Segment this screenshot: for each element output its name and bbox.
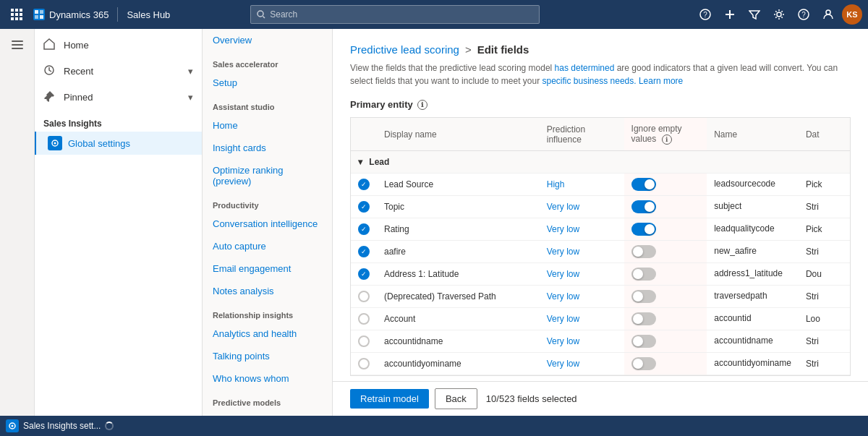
search-placeholder: Search [270,9,297,20]
nav-recent[interactable]: Recent ▾ [35,58,202,84]
toggle-8[interactable] [631,335,700,348]
toggle-2[interactable] [631,200,700,213]
breadcrumb-parent[interactable]: Predictive lead scoring [350,43,459,56]
row-checkbox-1[interactable] [358,179,370,190]
content-inner: Predictive lead scoring > Edit fields Vi… [333,29,868,381]
second-panel-lead-scoring[interactable]: Lead scoring [203,410,332,416]
influence-link-8[interactable]: Very low [547,336,579,346]
group-header-lead: ▾ Lead [351,151,850,174]
nav-divider [117,7,118,22]
add-icon[interactable] [719,4,741,25]
influence-link-5[interactable]: Very low [547,269,579,279]
influence-link-4[interactable]: Very low [547,247,579,257]
influence-link-6[interactable]: Very low [547,291,579,302]
back-button[interactable]: Back [435,388,477,409]
second-panel-optimize-ranking[interactable]: Optimize ranking (preview) [203,159,332,192]
row-checkbox-8[interactable] [358,335,370,347]
help-icon[interactable]: ? [793,4,814,25]
influence-link-1[interactable]: High [547,179,565,189]
col-header-influence: Prediction influence [540,118,624,151]
second-panel-insight-cards[interactable]: Insight cards [203,137,332,159]
data-type-5: Dou [799,263,850,286]
row-checkbox-9[interactable] [358,358,370,369]
second-panel-analytics-health[interactable]: Analytics and health [203,322,332,345]
influence-link-7[interactable]: Very low [547,314,579,324]
toggle-6[interactable] [631,290,700,303]
second-panel-who-knows-whom[interactable]: Who knows whom [203,367,332,390]
nav-global-settings[interactable]: Global settings [35,132,202,155]
nav-menu: Home Recent ▾ Pinned ▾ Sales Insights [35,29,202,416]
nav-home[interactable]: Home [35,32,202,58]
field-name-2: subject [714,201,741,211]
toggle-5[interactable] [631,268,700,281]
ignore-info-icon[interactable]: ℹ [662,134,672,145]
table-row: Lead Source High leadsourcecode Pick [351,174,850,196]
content-area: Predictive lead scoring > Edit fields Vi… [333,29,868,416]
second-panel-overview[interactable]: Overview [203,29,332,51]
svg-rect-6 [11,17,14,20]
row-checkbox-6[interactable] [358,291,370,302]
second-panel-auto-capture[interactable]: Auto capture [203,235,332,257]
settings-icon[interactable] [768,4,790,25]
app-title: Sales Hub [127,9,170,20]
data-type-7: Loo [799,308,850,330]
toggle-1[interactable] [631,178,700,191]
influence-link-3[interactable]: Very low [547,224,579,234]
influence-link-9[interactable]: Very low [547,359,579,369]
description-link-1[interactable]: has determined [555,63,615,73]
second-panel-notes-analysis[interactable]: Notes analysis [203,280,332,302]
lead-group-toggle[interactable]: ▾ [358,157,362,167]
toggle-7[interactable] [631,312,700,325]
filter-icon[interactable] [744,4,765,25]
svg-text:?: ? [801,11,806,19]
toggle-3[interactable] [631,223,700,236]
user-settings-icon[interactable] [817,4,839,25]
toggle-9[interactable] [631,357,700,370]
table-row: accountidname Very low accountidname Str… [351,330,850,353]
row-checkbox-7[interactable] [358,313,370,325]
selection-count: 10/523 fields selected [486,393,577,404]
status-app-icon [6,419,19,432]
second-panel-talking-points[interactable]: Talking points [203,345,332,367]
user-avatar[interactable]: KS [842,4,862,25]
svg-rect-2 [20,9,22,12]
second-panel-email-engagement[interactable]: Email engagement [203,257,332,280]
second-panel-conversation-intelligence[interactable]: Conversation intelligence [203,213,332,235]
apps-icon[interactable] [6,4,27,25]
description-link-2[interactable]: specific business needs. [542,76,636,86]
svg-rect-10 [35,10,38,14]
search-bar[interactable]: Search [250,5,540,24]
svg-line-15 [263,17,265,19]
display-name-8: accountidname [377,330,540,353]
data-type-6: Stri [799,286,850,308]
table-row: Account Very low accountid Loo [351,308,850,330]
learn-more-link[interactable]: Learn more [639,76,683,86]
display-name-5: Address 1: Latitude [377,263,540,286]
question-icon[interactable]: ? [694,4,716,25]
data-type-2: Stri [799,196,850,218]
svg-rect-12 [35,15,38,19]
nav-right-icons: ? ? KS [694,4,862,25]
second-panel-home[interactable]: Home [203,114,332,137]
toggle-4[interactable] [631,245,700,258]
row-checkbox-4[interactable] [358,246,370,257]
sidebar: Home Recent ▾ Pinned ▾ Sales Insights [0,29,203,416]
retrain-model-button[interactable]: Retrain model [350,389,429,409]
second-panel-productivity: Productivity [203,192,332,213]
svg-rect-24 [12,40,23,42]
hamburger-icon[interactable] [3,32,32,58]
primary-entity-info-icon[interactable]: ℹ [417,100,427,110]
nav-pinned[interactable]: Pinned ▾ [35,84,202,110]
second-panel-setup[interactable]: Setup [203,72,332,94]
row-checkbox-5[interactable] [358,268,370,280]
pin-icon [43,90,58,104]
row-checkbox-2[interactable] [358,201,370,213]
svg-rect-0 [11,9,14,12]
brand-logo: Dynamics 365 [33,9,109,20]
global-settings-label: Global settings [68,138,130,149]
breadcrumb: Predictive lead scoring > Edit fields [350,43,851,56]
svg-rect-7 [15,17,18,20]
recent-icon [43,64,58,78]
row-checkbox-3[interactable] [358,223,370,235]
influence-link-2[interactable]: Very low [547,202,579,212]
